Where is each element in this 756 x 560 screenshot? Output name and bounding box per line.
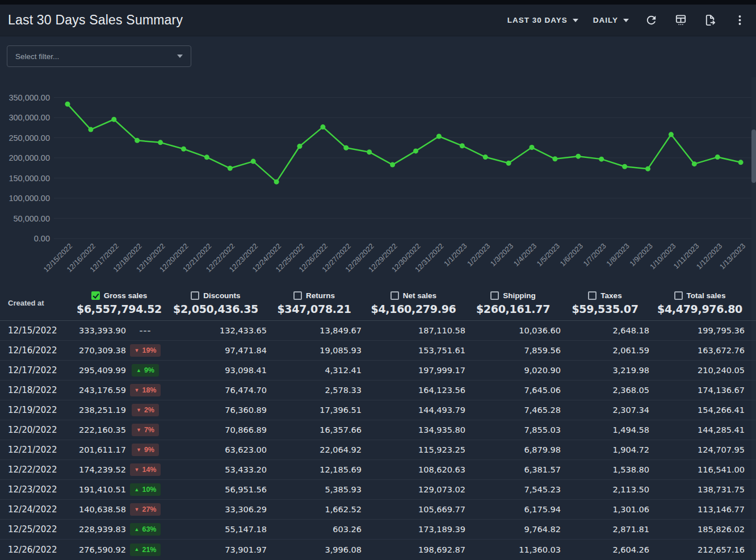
taxes-cell: 3,219.98 xyxy=(561,366,649,375)
returns-cell: 2,578.33 xyxy=(267,386,362,395)
x-axis-tick: 1/4/2023 xyxy=(512,242,538,268)
net-sales-cell: 164,123.56 xyxy=(362,386,465,395)
total-sales-cell: 124,707.95 xyxy=(649,445,750,454)
gross-sales-cell: 295,409.99 xyxy=(74,366,126,375)
returns-cell: 603.26 xyxy=(267,525,362,534)
metric-column-header: Net sales $4,160,279.96 xyxy=(362,291,465,315)
net-sales-cell: 115,923.25 xyxy=(362,445,465,454)
metric-column-header: Taxes $59,535.07 xyxy=(561,291,649,315)
metric-label: Taxes xyxy=(600,291,621,300)
returns-cell: 5,385.93 xyxy=(267,485,362,494)
net-sales-cell: 173,189.39 xyxy=(362,525,465,534)
date-cell: 12/15/2022 xyxy=(0,325,74,336)
data-point xyxy=(738,160,744,165)
net-sales-cell: 197,999.17 xyxy=(362,366,465,375)
granularity-dropdown[interactable]: DAILY xyxy=(593,16,629,24)
total-sales-cell: 199,795.36 xyxy=(649,326,750,335)
returns-cell: 4,312.41 xyxy=(267,366,362,375)
change-badge-cell: ▼19% xyxy=(126,344,165,357)
metric-total: $260,161.77 xyxy=(476,303,550,315)
taxes-cell: 1,301.06 xyxy=(561,505,649,514)
date-range-dropdown[interactable]: LAST 30 DAYS xyxy=(507,16,578,24)
change-badge-cell: ▼18% xyxy=(126,384,165,396)
y-axis-tick: 350,000.00 xyxy=(9,93,50,102)
data-point xyxy=(181,147,186,152)
y-axis-tick: 100,000.00 xyxy=(9,194,50,203)
returns-cell: 12,185.69 xyxy=(267,465,362,474)
total-sales-cell: 212,657.16 xyxy=(649,545,750,554)
total-sales-cell: 210,240.05 xyxy=(649,366,750,375)
table-row: 12/22/2022 174,239.52 ▼14% 53,433.20 12,… xyxy=(0,460,756,480)
arrow-down-icon: ▼ xyxy=(135,348,140,353)
refresh-button[interactable] xyxy=(644,13,658,28)
gross-sales-cell: 228,939.83 xyxy=(74,525,126,534)
table-body: 12/15/2022 333,393.90 --- 132,433.65 13,… xyxy=(0,321,756,559)
change-badge-up: ▲63% xyxy=(130,523,161,536)
y-axis-tick: 150,000.00 xyxy=(9,174,50,183)
metric-checkbox[interactable] xyxy=(390,291,399,300)
vertical-scrollbar-thumb[interactable] xyxy=(751,129,756,183)
arrow-up-icon: ▲ xyxy=(136,368,141,373)
table-row: 12/24/2022 140,638.58 ▼27% 33,306.29 1,6… xyxy=(0,500,756,520)
metric-checkbox[interactable] xyxy=(674,291,683,300)
gross-sales-cell: 191,410.51 xyxy=(74,485,126,494)
returns-cell: 22,064.92 xyxy=(267,445,362,454)
x-axis-tick: 1/8/2023 xyxy=(604,242,631,268)
metric-checkbox[interactable] xyxy=(490,291,499,300)
returns-cell: 1,662.52 xyxy=(267,505,362,514)
shipping-cell: 9,764.82 xyxy=(465,525,561,534)
window-top-strip xyxy=(0,0,756,5)
change-badge-cell: ▼27% xyxy=(126,503,165,516)
discounts-cell: 132,433.65 xyxy=(165,326,267,335)
gross-sales-cell: 276,590.92 xyxy=(74,545,126,554)
granularity-label: DAILY xyxy=(593,16,618,24)
metric-checkbox[interactable] xyxy=(191,291,199,300)
filter-select[interactable]: Select filter... xyxy=(7,45,191,67)
total-sales-cell: 154,266.41 xyxy=(649,406,750,415)
discounts-cell: 93,098.41 xyxy=(165,366,267,375)
table-row: 12/19/2022 238,251.19 ▼2% 76,360.89 17,3… xyxy=(0,400,756,420)
data-point xyxy=(715,154,720,160)
metric-checkbox[interactable] xyxy=(91,291,100,300)
date-cell: 12/26/2022 xyxy=(0,545,74,555)
change-badge-cell: ▼7% xyxy=(126,424,165,436)
metric-checkbox[interactable] xyxy=(588,291,597,300)
kebab-menu-icon xyxy=(733,14,746,27)
table-row: 12/15/2022 333,393.90 --- 132,433.65 13,… xyxy=(0,321,756,341)
data-table-toggle-button[interactable] xyxy=(673,13,688,28)
data-point xyxy=(552,156,557,161)
discounts-cell: 53,433.20 xyxy=(165,465,267,474)
taxes-cell: 1,494.58 xyxy=(561,425,649,434)
gross-sales-cell: 140,638.58 xyxy=(74,505,126,514)
net-sales-cell: 134,935.80 xyxy=(362,425,465,434)
export-button[interactable] xyxy=(703,13,717,28)
shipping-cell: 11,360.03 xyxy=(465,545,561,554)
returns-cell: 3,996.08 xyxy=(267,545,362,554)
filter-placeholder: Select filter... xyxy=(15,52,59,61)
metric-label: Net sales xyxy=(403,291,436,300)
title-bar: Last 30 Days Sales Summary LAST 30 DAYS … xyxy=(0,5,756,36)
change-badge-up: ▲9% xyxy=(132,364,159,377)
gross-sales-cell: 243,176.59 xyxy=(74,386,126,395)
metric-label: Discounts xyxy=(203,291,240,300)
data-point xyxy=(645,166,650,172)
discounts-cell: 76,474.70 xyxy=(165,386,267,395)
data-point xyxy=(530,145,535,150)
x-axis-tick: 1/6/2023 xyxy=(558,242,585,268)
discounts-cell: 76,360.89 xyxy=(165,406,267,415)
shipping-cell: 7,855.03 xyxy=(465,425,561,434)
returns-cell: 16,357.66 xyxy=(267,425,362,434)
discounts-cell: 33,306.29 xyxy=(165,505,267,514)
change-badge-cell: ▼14% xyxy=(126,463,165,476)
gross-sales-line xyxy=(68,104,741,182)
taxes-cell: 2,604.26 xyxy=(561,545,649,554)
metric-label: Gross sales xyxy=(104,291,148,300)
metric-checkbox[interactable] xyxy=(293,291,302,300)
taxes-cell: 1,904.72 xyxy=(561,445,649,454)
metric-label: Total sales xyxy=(687,291,726,300)
more-options-button[interactable] xyxy=(732,13,747,28)
change-badge-cell: ▼9% xyxy=(126,444,165,456)
shipping-cell: 7,465.28 xyxy=(465,406,561,415)
data-point xyxy=(692,161,697,166)
discounts-cell: 55,147.18 xyxy=(165,525,267,534)
